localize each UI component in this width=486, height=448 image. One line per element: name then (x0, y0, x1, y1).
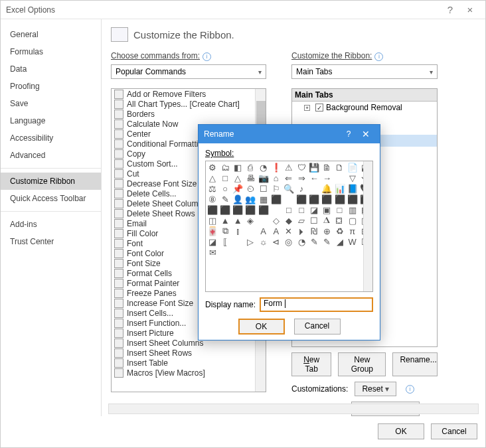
symbol-cell[interactable]: ◈ (244, 215, 256, 226)
symbol-cell[interactable]: ♻ (334, 226, 346, 236)
sidebar-item-customize-ribbon[interactable]: Customize Ribbon (1, 173, 101, 190)
symbol-cell[interactable]: ⇒ (295, 173, 307, 183)
expand-icon[interactable]: + (304, 105, 310, 111)
sidebar-item-language[interactable]: Language (1, 112, 101, 129)
symbol-cell[interactable]: ⇐ (283, 173, 295, 183)
symbol-cell[interactable]: ⊕ (321, 226, 333, 236)
symbol-cell[interactable]: ▣ (321, 204, 333, 215)
command-item[interactable]: Add or Remove Filters (112, 89, 266, 99)
symbol-cell[interactable]: ⏵ (295, 226, 307, 236)
symbol-cell[interactable]: ▥ (347, 204, 359, 215)
symbol-cell[interactable] (334, 173, 346, 183)
help-icon[interactable]: ? (440, 4, 460, 15)
symbol-cell[interactable]: ◆ (283, 215, 295, 226)
sidebar-item-addins[interactable]: Add-ins (1, 216, 101, 233)
symbol-cell[interactable]: ⬛ (321, 194, 333, 204)
symbol-cell[interactable]: 👤 (232, 194, 244, 204)
symbol-cell[interactable]: ⬛ (295, 194, 307, 204)
symbol-cell[interactable]: ✎ (219, 194, 231, 204)
scrollbar-horizontal[interactable] (108, 404, 479, 414)
symbol-cell[interactable]: □ (295, 204, 307, 215)
symbol-cell[interactable]: W (347, 236, 359, 247)
symbol-cell[interactable]: □ (334, 204, 346, 215)
symbol-cell[interactable]: ◔ (295, 236, 307, 247)
symbol-cell[interactable]: 🔔 (321, 183, 333, 194)
sidebar-item-trust-center[interactable]: Trust Center (1, 233, 101, 250)
reset-button[interactable]: Reset (355, 382, 396, 396)
command-item[interactable]: Insert Sheet Rows (112, 348, 266, 358)
info-icon[interactable]: i (202, 52, 211, 61)
symbol-cell[interactable] (270, 204, 282, 215)
sidebar-item-general[interactable]: General (1, 26, 101, 43)
symbol-cell[interactable]: 🀄 (206, 226, 218, 236)
symbol-cell[interactable]: ○ (219, 183, 231, 194)
symbol-cell[interactable]: ✕ (283, 226, 295, 236)
symbol-cell[interactable]: ▽ (347, 173, 359, 183)
symbol-cell[interactable]: ⚙ (206, 162, 218, 173)
rename-button[interactable]: Rename... (392, 352, 438, 376)
symbol-cell[interactable]: ⬛ (270, 194, 282, 204)
symbol-cell[interactable]: ⚠ (283, 162, 295, 173)
symbol-cell[interactable]: ⚖ (206, 183, 218, 194)
new-group-button[interactable]: New Group (338, 352, 386, 376)
symbol-cell[interactable]: 📊 (334, 183, 346, 194)
symbol-cell[interactable]: A (270, 226, 282, 236)
symbol-cell[interactable]: ⌂ (270, 173, 282, 183)
symbol-cell[interactable]: ☼ (258, 236, 270, 247)
symbol-cell[interactable]: ◧ (232, 162, 244, 173)
symbol-cell[interactable]: ⬛ (232, 204, 244, 215)
symbol-cell[interactable]: △ (232, 173, 244, 183)
symbol-cell[interactable]: ▱ (295, 215, 307, 226)
symbol-cell[interactable]: ⬛ (334, 194, 346, 204)
symbol-cell[interactable]: □ (283, 204, 295, 215)
symbol-cell[interactable]: □ (219, 173, 231, 183)
symbol-cell[interactable]: 🔍 (283, 183, 295, 194)
choose-commands-dropdown[interactable]: Popular Commands▾ (111, 64, 266, 79)
scrollbar-vertical[interactable] (363, 161, 372, 291)
cancel-button[interactable]: Cancel (431, 423, 477, 439)
symbol-cell[interactable]: ⬛ (347, 194, 359, 204)
symbol-cell[interactable]: 🗎 (321, 162, 333, 173)
symbol-cell[interactable]: ⬛ (308, 194, 320, 204)
symbol-cell[interactable]: ⬛ (219, 204, 231, 215)
symbol-cell[interactable]: ◔ (258, 162, 270, 173)
symbol-cell[interactable]: ⬛ (258, 204, 270, 215)
symbol-cell[interactable]: ▷ (244, 236, 256, 247)
symbol-cell[interactable]: ✎ (308, 236, 320, 247)
command-item[interactable]: Borders (112, 109, 266, 119)
symbol-cell[interactable] (232, 236, 244, 247)
symbol-cell[interactable]: ⧉ (219, 226, 231, 236)
ok-button[interactable]: OK (378, 423, 424, 439)
symbol-cell[interactable]: ⫿ (232, 226, 244, 236)
dialog-help-icon[interactable]: ? (340, 129, 357, 139)
symbol-cell[interactable]: 👥 (244, 194, 256, 204)
symbol-cell[interactable]: 🖶 (244, 173, 256, 183)
symbol-cell[interactable]: 📌 (232, 183, 244, 194)
symbol-cell[interactable]: ₪ (308, 226, 320, 236)
display-name-input[interactable]: Form (260, 297, 373, 312)
sidebar-item-save[interactable]: Save (1, 95, 101, 112)
symbol-cell[interactable]: △ (206, 173, 218, 183)
symbol-cell[interactable] (244, 226, 256, 236)
symbol-cell[interactable]: ⬛ (206, 204, 218, 215)
symbol-cell[interactable]: 📘 (347, 183, 359, 194)
customize-ribbon-dropdown[interactable]: Main Tabs▾ (291, 64, 438, 79)
symbol-cell[interactable]: ✉ (206, 247, 218, 258)
symbol-cell[interactable]: ▲ (219, 215, 231, 226)
symbol-cell[interactable]: ⟦ (219, 236, 231, 247)
symbol-cell[interactable]: ✎ (321, 236, 333, 247)
symbol-cell[interactable]: ⎙ (244, 162, 256, 173)
symbol-cell[interactable]: ⬛ (244, 204, 256, 215)
symbol-cell[interactable]: ⚐ (270, 183, 282, 194)
symbol-cell[interactable]: ☐ (258, 183, 270, 194)
symbol-cell[interactable]: ❗ (270, 162, 282, 173)
symbol-cell[interactable]: ← (308, 173, 320, 183)
command-item[interactable]: Insert Table (112, 358, 266, 368)
sidebar-item-quick-access[interactable]: Quick Access Toolbar (1, 190, 101, 207)
symbol-grid[interactable]: ⚙🗂◧⎙◔❗⚠🛡💾🗎🗋📄⬓△□△🖶📷⌂⇐⇒←→▽⟲⚖○📌⏲☐⚐🔍♪🔔📊📘📞⑧✎👤… (205, 161, 373, 292)
command-item[interactable]: Macros [View Macros] (112, 368, 266, 378)
symbol-cell[interactable] (283, 194, 295, 204)
symbol-cell[interactable]: ◎ (283, 236, 295, 247)
symbol-cell[interactable]: ◢ (334, 236, 346, 247)
checkbox-icon[interactable]: ✓ (315, 104, 323, 112)
